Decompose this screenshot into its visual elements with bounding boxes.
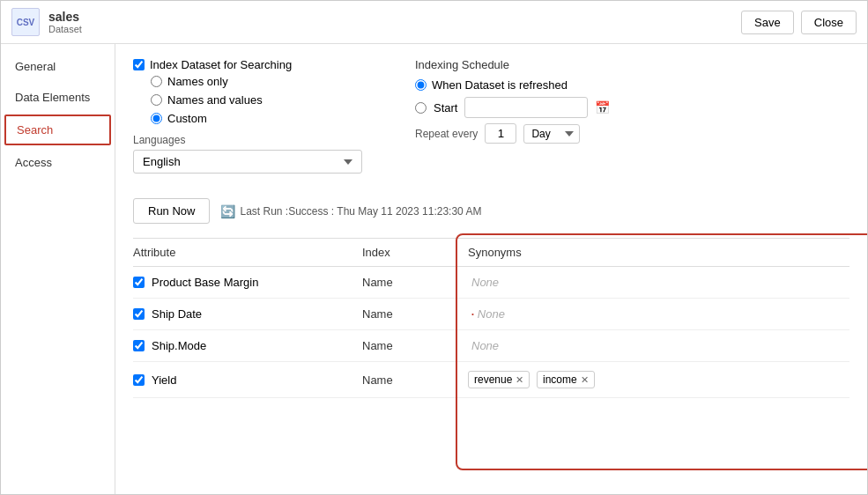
custom-row: Custom [151, 112, 362, 125]
start-label: Start [434, 101, 457, 115]
attribute-cell: Ship Date [133, 307, 362, 321]
custom-radio[interactable] [151, 113, 162, 124]
remove-income-icon[interactable]: ✕ [581, 374, 589, 386]
names-only-label: Names only [167, 75, 228, 88]
last-run-status: 🔄 Last Run :Success : Thu May 11 2023 11… [220, 204, 481, 218]
languages-section: Languages English French Spanish German [133, 134, 362, 174]
row-checkbox[interactable] [133, 277, 145, 288]
table-row: Ship Date Name • None [133, 299, 849, 330]
table-header: Attribute Index Synonyms [133, 239, 849, 267]
run-row: Run Now 🔄 Last Run :Success : Thu May 11… [133, 198, 849, 224]
index-schedule-section: Index Dataset for Searching Names only N… [133, 58, 849, 184]
attribute-name: Product Base Margin [152, 276, 258, 289]
repeat-label: Repeat every [415, 128, 478, 140]
start-row: Start 📅 [415, 97, 610, 118]
table-row: Product Base Margin Name None [133, 267, 849, 299]
remove-revenue-icon[interactable]: ✕ [516, 374, 523, 386]
tag-label: revenue [474, 373, 512, 386]
sidebar-item-search[interactable]: Search [4, 115, 111, 145]
names-values-radio[interactable] [151, 94, 162, 106]
start-date-input[interactable] [464, 97, 588, 118]
indexing-schedule-section: Indexing Schedule When Dataset is refres… [415, 58, 610, 184]
header-title-group: sales Dataset [48, 10, 82, 34]
index-left: Index Dataset for Searching Names only N… [133, 58, 362, 184]
run-now-button[interactable]: Run Now [133, 198, 210, 224]
attribute-name: Yield [152, 373, 176, 387]
repeat-unit-select[interactable]: Day Week Month [523, 124, 580, 144]
index-dataset-label: Index Dataset for Searching [150, 58, 292, 71]
csv-icon: CSV [11, 8, 40, 36]
index-cell: Name [362, 373, 468, 387]
index-dataset-checkbox[interactable] [133, 59, 145, 70]
indexing-schedule-label: Indexing Schedule [415, 58, 610, 71]
synonym-cell[interactable]: • None [468, 307, 849, 321]
col-attribute: Attribute [133, 246, 362, 259]
repeat-row: Repeat every Day Week Month [415, 123, 610, 144]
attributes-table: Attribute Index Synonyms Product Base Ma… [133, 238, 849, 398]
index-cell: Name [362, 276, 468, 289]
sidebar: General Data Elements Search Access [1, 44, 115, 494]
when-refreshed-radio[interactable] [415, 79, 427, 91]
row-checkbox[interactable] [133, 308, 145, 320]
custom-label: Custom [167, 112, 207, 125]
tag-label: income [543, 373, 577, 386]
attribute-name: Ship Date [152, 307, 202, 321]
index-cell: Name [362, 339, 468, 352]
synonym-tag-income[interactable]: income ✕ [537, 371, 595, 388]
main-layout: General Data Elements Search Access Inde… [1, 44, 867, 494]
names-only-row: Names only [151, 75, 362, 88]
table-row: Yield Name revenue ✕ income ✕ [133, 362, 849, 398]
synonym-cell[interactable]: None [468, 276, 849, 289]
content-area: Index Dataset for Searching Names only N… [115, 44, 867, 494]
languages-label: Languages [133, 134, 362, 146]
names-only-radio[interactable] [151, 76, 162, 87]
sidebar-item-general[interactable]: General [1, 51, 115, 82]
header: CSV sales Dataset Save Close [1, 1, 867, 44]
synonym-tags-cell[interactable]: revenue ✕ income ✕ [468, 371, 849, 388]
when-refreshed-row: When Dataset is refreshed [415, 78, 610, 92]
refresh-icon: 🔄 [220, 204, 235, 218]
row-checkbox[interactable] [133, 340, 145, 351]
attribute-cell: Ship.Mode [133, 339, 362, 352]
row-checkbox[interactable] [133, 374, 145, 386]
dataset-title: sales [48, 10, 82, 24]
when-refreshed-label: When Dataset is refreshed [432, 78, 568, 92]
header-buttons: Save Close [741, 11, 857, 34]
synonym-cell[interactable]: None [468, 339, 849, 352]
sidebar-item-data-elements[interactable]: Data Elements [1, 82, 115, 113]
attribute-name: Ship.Mode [152, 339, 206, 352]
attribute-cell: Product Base Margin [133, 276, 362, 289]
attribute-cell: Yield [133, 373, 362, 387]
save-button[interactable]: Save [741, 11, 794, 34]
col-index: Index [362, 246, 468, 259]
index-cell: Name [362, 307, 468, 321]
names-values-label: Names and values [167, 93, 263, 107]
synonym-tag-revenue[interactable]: revenue ✕ [468, 371, 530, 388]
calendar-icon: 📅 [595, 100, 610, 115]
names-values-row: Names and values [151, 93, 362, 107]
start-radio[interactable] [415, 102, 427, 114]
repeat-number-input[interactable] [485, 123, 516, 144]
close-button[interactable]: Close [801, 11, 857, 34]
col-synonyms-header: Synonyms [468, 246, 849, 259]
index-checkbox-row: Index Dataset for Searching [133, 58, 362, 71]
languages-select[interactable]: English French Spanish German [133, 150, 362, 174]
table-row: Ship.Mode Name None [133, 330, 849, 362]
dataset-subtitle: Dataset [48, 24, 82, 34]
sidebar-item-access[interactable]: Access [1, 147, 115, 178]
header-left: CSV sales Dataset [11, 8, 82, 36]
